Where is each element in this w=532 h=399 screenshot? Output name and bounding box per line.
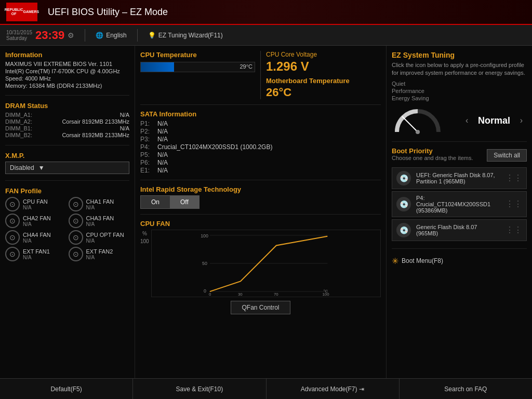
default-btn[interactable]: Default(F5)	[0, 379, 133, 399]
ez-selector: ‹ Normal ›	[461, 114, 527, 127]
voltage-value: 1.296 V	[266, 59, 381, 74]
dimm-b1-row: DIMM_B1: N/A	[5, 125, 129, 131]
lightbulb-icon: 💡	[148, 32, 156, 39]
boot-item-1-label: UEFI: Generic Flash Disk 8.07, Partition…	[416, 172, 500, 184]
app-title: UEFI BIOS Utility – EZ Mode	[48, 7, 168, 18]
fan-ext1-icon: ⊙	[5, 247, 20, 261]
toolbar-separator-2	[137, 29, 138, 42]
time-display: 23:39	[35, 30, 64, 41]
sata-e1: E1: N/A	[140, 167, 381, 174]
ez-current-mode: Normal	[478, 115, 510, 126]
language-selector[interactable]: 🌐 English	[96, 32, 126, 39]
svg-text:100: 100	[201, 233, 208, 238]
ez-tuning-section: EZ System Tuning Click the icon below to…	[392, 51, 527, 136]
boot-item-1-dots: ⋮⋮	[506, 173, 522, 183]
divider-2	[5, 145, 129, 145]
boot-item-3[interactable]: 💿 Generic Flash Disk 8.07 (965MB) ⋮⋮	[392, 219, 527, 241]
fan-cha1-icon: ⊙	[69, 197, 83, 211]
boot-item-1[interactable]: 💿 UEFI: Generic Flash Disk 8.07, Partiti…	[392, 167, 527, 189]
divider-1	[5, 95, 129, 96]
boot-priority-header: Boot Priority Choose one and drag the it…	[392, 147, 527, 164]
information-section: Information MAXIMUS VIII EXTREME BIOS Ve…	[5, 51, 129, 89]
right-panel: EZ System Tuning Click the icon below to…	[387, 46, 532, 378]
fan-ext2: ⊙ EXT FAN2 N/A	[69, 247, 130, 261]
irst-title: Intel Rapid Storage Technology	[140, 185, 381, 193]
ez-wizard-btn[interactable]: 💡 EZ Tuning Wizard(F11)	[148, 32, 223, 39]
dimm-a2-value: Corsair 8192MB 2133MHz	[62, 118, 129, 125]
sata-p1: P1: N/A	[140, 120, 381, 127]
fan-chart-title: CPU FAN	[140, 220, 381, 228]
boot-item-3-dots: ⋮⋮	[506, 225, 522, 235]
advanced-mode-btn[interactable]: Advanced Mode(F7) ⇥	[267, 379, 400, 399]
divider-3	[5, 180, 129, 181]
svg-text:°C: °C	[323, 289, 328, 294]
svg-point-12	[416, 130, 420, 134]
fan-grid: ⊙ CPU FAN N/A ⊙ CHA1 FAN N/A ⊙	[5, 197, 129, 261]
irst-toggle[interactable]: On Off	[140, 195, 381, 209]
language-label: English	[106, 32, 126, 39]
irst-on-btn[interactable]: On	[141, 196, 170, 208]
dram-title: DRAM Status	[5, 102, 129, 110]
mid-top-row: CPU Temperature 29°C CPU Core Voltage 1.…	[140, 51, 381, 99]
boot-menu-btn[interactable]: ✳ Boot Menu(F8)	[392, 256, 527, 266]
boot-menu-icon: ✳	[392, 256, 398, 266]
svg-text:30: 30	[238, 292, 243, 297]
mid-divider-1	[140, 104, 381, 105]
fan-chart-svg: 100 50 0 0 30 70 100 °C	[151, 230, 381, 297]
mid-divider-3	[140, 214, 381, 215]
ez-prev-btn[interactable]: ‹	[461, 114, 472, 127]
svg-text:0: 0	[204, 288, 206, 294]
right-divider-2	[392, 248, 527, 249]
sata-p2: P2: N/A	[140, 128, 381, 135]
ez-wizard-label: EZ Tuning Wizard(F11)	[158, 32, 223, 39]
fan-cha4-icon: ⊙	[5, 230, 20, 245]
dimm-b2-row: DIMM_B2: Corsair 8192MB 2133MHz	[5, 132, 129, 138]
header: REPUBLIC OF GAMERS UEFI BIOS Utility – E…	[0, 0, 532, 25]
switch-all-btn[interactable]: Switch all	[487, 149, 527, 162]
svg-line-11	[402, 116, 418, 132]
ez-mode-quiet: Quiet	[392, 81, 527, 87]
fan-profile-section: FAN Profile ⊙ CPU FAN N/A ⊙ CHA1 FAN N/A	[5, 187, 129, 261]
search-faq-btn[interactable]: Search on FAQ	[400, 379, 532, 399]
boot-menu-label: Boot Menu(F8)	[402, 257, 443, 264]
sata-title: SATA Information	[140, 110, 381, 118]
date-label: 10/31/2015	[6, 30, 32, 35]
advanced-mode-icon: ⇥	[359, 385, 364, 393]
ez-description: Click the icon below to apply a pre-conf…	[392, 61, 527, 77]
fan-profile-title: FAN Profile	[5, 187, 129, 195]
ez-next-btn[interactable]: ›	[516, 114, 527, 127]
ez-title: EZ System Tuning	[392, 51, 527, 59]
cpu-temp-fill	[141, 62, 174, 72]
xmp-select[interactable]: Disabled ▼	[5, 162, 129, 174]
dimm-b2-value: Corsair 8192MB 2133MHz	[62, 132, 129, 138]
irst-section: Intel Rapid Storage Technology On Off	[140, 185, 381, 209]
voltage-title: CPU Core Voltage	[266, 51, 381, 58]
disk-icon-3: 💿	[396, 223, 411, 237]
cpu-temp-bar: 29°C	[140, 62, 255, 72]
xmp-value: Disabled	[10, 164, 34, 171]
toolbar-separator	[85, 29, 85, 42]
fan-cha2-icon: ⊙	[5, 214, 20, 228]
fan-ext1: ⊙ EXT FAN1 N/A	[5, 247, 66, 261]
irst-off-btn[interactable]: Off	[170, 196, 199, 208]
chart-y-label: %	[142, 231, 147, 236]
gear-icon[interactable]: ⚙	[68, 31, 74, 39]
sata-p3: P3: N/A	[140, 136, 381, 143]
gauge-svg	[392, 103, 444, 135]
dimm-b2-label: DIMM_B2:	[5, 132, 32, 138]
irst-toggle-btn[interactable]: On Off	[140, 195, 200, 209]
cpu-temp-value: 29°C	[240, 63, 252, 70]
toolbar: 10/31/2015 Saturday 23:39 ⚙ 🌐 English 💡 …	[0, 25, 532, 46]
cpu-info: Intel(R) Core(TM) I7-6700K CPU @ 4.00GHz	[5, 68, 129, 74]
day-label: Saturday	[6, 35, 32, 41]
boot-item-2-dots: ⋮⋮	[506, 199, 522, 209]
boot-item-2[interactable]: 💿 P4: Crucial_CT1024MX200SSD1 (953869MB)…	[392, 191, 527, 217]
mid-panel: CPU Temperature 29°C CPU Core Voltage 1.…	[135, 46, 387, 378]
fan-chart-section: CPU FAN % 100 100 50 0	[140, 220, 381, 314]
logo-area: REPUBLIC OF GAMERS	[6, 3, 37, 21]
save-exit-btn[interactable]: Save & Exit(F10)	[133, 379, 266, 399]
qfan-control-btn[interactable]: QFan Control	[231, 301, 290, 314]
speed-info: Speed: 4000 MHz	[5, 75, 129, 82]
left-panel: Information MAXIMUS VIII EXTREME BIOS Ve…	[0, 46, 135, 378]
fan-ext2-icon: ⊙	[69, 247, 83, 261]
